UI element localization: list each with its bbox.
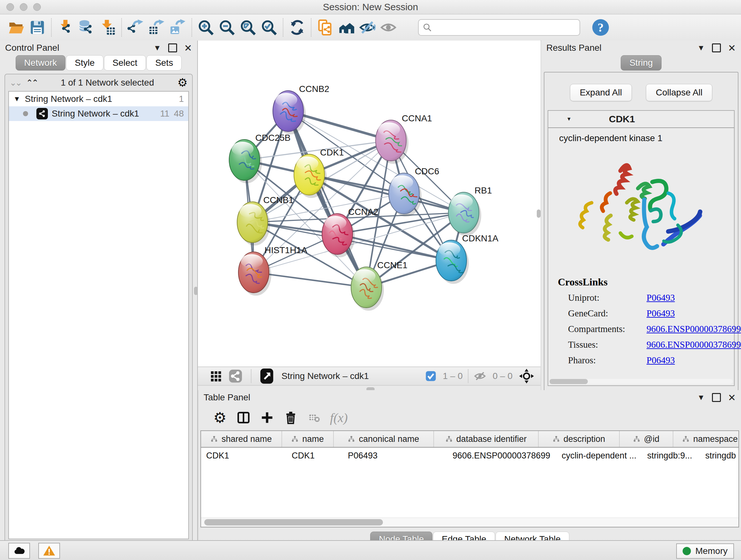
table-row[interactable]: CDK1CDK1P064939606.ENSP00000378699cyclin…	[201, 448, 738, 463]
pan-crosshair-icon[interactable]	[519, 368, 534, 384]
svg-text:CCNA2: CCNA2	[348, 207, 379, 217]
zoom-selected-button[interactable]	[259, 17, 280, 38]
toolbar-separator	[192, 18, 192, 37]
crosslink-row: GeneCard:P06493	[548, 306, 734, 321]
search-input[interactable]	[432, 22, 576, 33]
float-panel-icon[interactable]: ▼	[697, 44, 705, 52]
table-cell: 9606.ENSP00000378699	[448, 448, 556, 463]
results-horizontal-scrollbar[interactable]	[549, 379, 733, 384]
close-panel-icon[interactable]: ✕	[728, 392, 736, 403]
gene-detail-card: ▼ CDK1 cyclin-dependent kinase 1	[548, 110, 735, 386]
table-settings-gear-icon[interactable]: ⚙	[208, 408, 232, 428]
crosslink-row: Pharos:P06493	[548, 353, 734, 368]
import-network-database-button[interactable]	[76, 17, 97, 38]
add-column-icon[interactable]	[255, 408, 279, 428]
column-header-description[interactable]: description	[538, 431, 619, 447]
export-image-button[interactable]	[167, 17, 188, 38]
float-panel-icon[interactable]: ▼	[697, 393, 705, 402]
show-columns-icon[interactable]	[232, 408, 255, 428]
zoom-fit-button[interactable]	[238, 17, 259, 38]
network-selection-status: 1 of 1 Network selected	[37, 78, 178, 88]
delete-column-trash-icon[interactable]	[279, 408, 302, 428]
left-splitter-grip[interactable]	[194, 287, 198, 295]
column-header-name[interactable]: name	[281, 431, 333, 447]
crosslink-link[interactable]: P06493	[647, 293, 675, 303]
warning-icon	[43, 544, 56, 557]
network-canvas[interactable]: CCNB2CCNA1CDC25BCDK1CDC6RB1CCNB1CCNA2CDK…	[198, 41, 541, 367]
collapse-gene-icon[interactable]: ▼	[548, 116, 590, 122]
gene-description: cyclin-dependent kinase 1	[548, 128, 734, 143]
overview-homes-button[interactable]	[336, 17, 357, 38]
network-node-HIST1H1A: HIST1H1A	[239, 245, 307, 296]
refresh-view-button[interactable]	[286, 17, 308, 38]
maximize-panel-icon[interactable]	[712, 393, 721, 402]
search-icon	[422, 23, 432, 32]
toolbar-separator	[283, 18, 283, 37]
svg-text:CCNE1: CCNE1	[377, 260, 408, 270]
selected-checkbox-icon[interactable]	[425, 371, 436, 381]
tab-network[interactable]: Network	[16, 55, 66, 71]
tab-style[interactable]: Style	[66, 55, 103, 71]
close-window-button[interactable]	[6, 3, 14, 11]
collapse-all-icon[interactable]: ⌄⌄	[10, 78, 21, 88]
export-table-button[interactable]	[146, 17, 167, 38]
column-header-database-identifier[interactable]: database identifier	[433, 431, 538, 447]
collection-expand-icon[interactable]: ▼	[13, 95, 20, 103]
maximize-panel-icon[interactable]	[168, 44, 177, 52]
table-cell: stringdb:9...	[642, 448, 700, 463]
tab-sets[interactable]: Sets	[146, 55, 182, 71]
show-all-button[interactable]	[378, 17, 399, 38]
hide-selected-button[interactable]	[357, 17, 378, 38]
overview-homes-icon	[338, 19, 354, 36]
table-horizontal-scrollbar[interactable]	[201, 517, 738, 527]
import-network-button[interactable]	[55, 17, 76, 38]
tab-string[interactable]: String	[621, 55, 661, 71]
svg-text:CDK1: CDK1	[320, 147, 344, 158]
crosslink-link[interactable]: 9606.ENSP00000378699	[647, 339, 741, 350]
column-header-namespace[interactable]: namespace	[673, 431, 739, 447]
import-table-icon	[99, 19, 116, 36]
cloud-button[interactable]	[8, 543, 30, 559]
zoom-in-button[interactable]	[195, 17, 216, 38]
zoom-out-icon	[219, 19, 235, 36]
collapse-all-button[interactable]: Collapse All	[646, 84, 712, 101]
export-network-button[interactable]	[125, 17, 146, 38]
status-bar: Memory	[0, 540, 741, 560]
zoom-window-button[interactable]	[33, 3, 41, 11]
birdseye-view-icon[interactable]	[209, 370, 222, 382]
network-view-toolbar: String Network – cdk1 1 – 0 0 – 0	[198, 367, 541, 386]
column-header-canonical-name[interactable]: canonical name	[333, 431, 433, 447]
cloud-icon	[13, 544, 25, 557]
help-button[interactable]: ?	[592, 19, 609, 36]
zoom-out-button[interactable]	[216, 17, 238, 38]
svg-text:CCNB1: CCNB1	[263, 195, 293, 205]
warnings-button[interactable]	[38, 543, 60, 559]
zoom-in-icon	[198, 19, 214, 36]
crosslink-link[interactable]: P06493	[647, 355, 675, 366]
expand-all-button[interactable]: Expand All	[570, 84, 632, 101]
import-table-button[interactable]	[97, 17, 118, 38]
network-share-icon[interactable]	[228, 369, 243, 383]
maximize-panel-icon[interactable]	[712, 44, 721, 52]
close-panel-icon[interactable]: ✕	[728, 43, 736, 54]
network-options-gear-icon[interactable]: ⚙	[178, 77, 188, 88]
network-collection-row[interactable]: ▼ String Network – cdk1 1	[9, 91, 188, 106]
right-splitter-grip[interactable]	[537, 209, 541, 218]
crosslink-link[interactable]: 9606.ENSP00000378699	[647, 324, 741, 334]
table-cell: CDK1	[201, 448, 286, 463]
network-list: ▼ String Network – cdk1 1 String Network…	[8, 91, 189, 539]
crosslink-link[interactable]: P06493	[647, 308, 675, 319]
memory-button[interactable]: Memory	[676, 543, 734, 559]
expand-all-icon[interactable]: ⌃⌃	[26, 78, 38, 88]
close-panel-icon[interactable]: ✕	[184, 43, 192, 54]
float-panel-icon[interactable]: ▼	[153, 44, 161, 52]
clone-network-button[interactable]	[315, 17, 336, 38]
save-session-button[interactable]	[27, 17, 48, 38]
network-row[interactable]: String Network – cdk1 11 48	[9, 106, 188, 121]
tab-select[interactable]: Select	[104, 55, 146, 71]
minimize-window-button[interactable]	[20, 3, 27, 11]
fit-content-button[interactable]	[260, 368, 274, 384]
open-session-button[interactable]	[6, 17, 27, 38]
column-header-shared-name[interactable]: shared name	[201, 431, 281, 447]
column-header--id[interactable]: @id	[619, 431, 673, 447]
